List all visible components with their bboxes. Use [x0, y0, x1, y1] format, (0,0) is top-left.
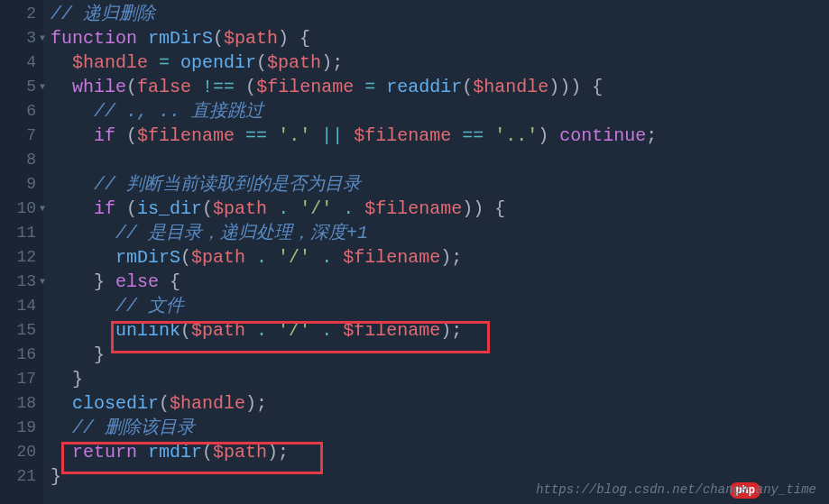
code-line: // 删除该目录 [51, 416, 829, 440]
code-line: rmDirS($path . '/' . $filename); [51, 245, 829, 270]
line-number: 15 [0, 318, 43, 343]
code-line: if ($filename == '.' || $filename == '..… [51, 124, 829, 148]
line-number: 10 [0, 197, 43, 221]
code-line: } else { [51, 270, 829, 294]
line-number: 8 [0, 148, 43, 172]
line-number: 9 [0, 172, 43, 197]
line-number: 7 [0, 124, 43, 148]
code-line: // 判断当前读取到的是否为目录 [51, 172, 829, 197]
code-line [51, 148, 829, 172]
line-number: 12 [0, 245, 43, 270]
line-number: 20 [0, 440, 43, 464]
line-number: 16 [0, 343, 43, 367]
code-area[interactable]: // 递归删除 function rmDirS($path) { $handle… [43, 0, 829, 504]
code-line: while(false !== ($filename = readdir($ha… [51, 75, 829, 99]
code-line: unlink($path . '/' . $filename); [51, 318, 829, 343]
code-line: // 递归删除 [51, 2, 829, 26]
line-number: 2 [0, 2, 43, 26]
code-line: $handle = opendir($path); [51, 50, 829, 75]
line-number: 18 [0, 391, 43, 416]
code-line: // 是目录，递归处理，深度+1 [51, 221, 829, 245]
line-number: 21 [0, 464, 43, 489]
watermark-text: https://blog.csdn.net/change_any_time [536, 482, 816, 497]
line-number: 14 [0, 294, 43, 318]
code-line: // 文件 [51, 294, 829, 318]
code-line: } [51, 343, 829, 367]
code-line: function rmDirS($path) { [51, 26, 829, 50]
line-number: 6 [0, 99, 43, 124]
line-number: 17 [0, 367, 43, 391]
code-line: closedir($handle); [51, 391, 829, 416]
code-line: // ., .. 直接跳过 [51, 99, 829, 124]
line-number: 5 [0, 75, 43, 99]
code-line: } [51, 367, 829, 391]
line-number: 3 [0, 26, 43, 50]
code-line: return rmdir($path); [51, 440, 829, 464]
code-editor: 2 3 4 5 6 7 8 9 10 11 12 13 14 15 16 17 … [0, 0, 829, 504]
gutter: 2 3 4 5 6 7 8 9 10 11 12 13 14 15 16 17 … [0, 0, 43, 504]
line-number: 13 [0, 270, 43, 294]
code-line: if (is_dir($path . '/' . $filename)) { [51, 197, 829, 221]
line-number: 11 [0, 221, 43, 245]
line-number: 4 [0, 50, 43, 75]
line-number: 19 [0, 416, 43, 440]
